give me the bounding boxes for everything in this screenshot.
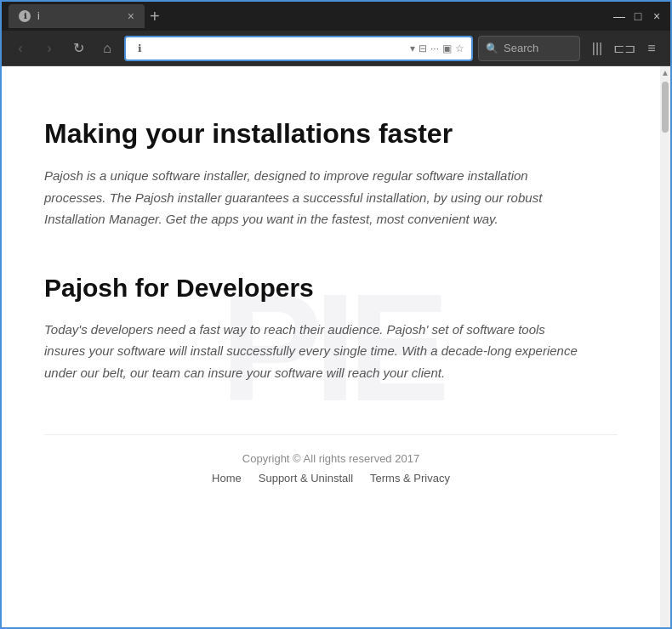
navigation-bar: ‹ › ↻ ⌂ ℹ ▾ ⊟ ··· ▣ ☆ 🔍 Search ||| ⊏⊐ ≡ — [2, 31, 670, 66]
footer-copyright: Copyright © All rights reserved 2017 — [44, 452, 618, 465]
address-bar[interactable]: ℹ ▾ ⊟ ··· ▣ ☆ — [124, 36, 473, 61]
main-heading: Making your installations faster — [44, 117, 618, 150]
browser-tab[interactable]: ℹ i × — [9, 4, 145, 28]
footer-links: Home Support & Uninstall Terms & Privacy — [44, 472, 618, 484]
footer-link-home[interactable]: Home — [212, 472, 242, 484]
page-footer: Copyright © All rights reserved 2017 Hom… — [44, 434, 618, 502]
bookmarks-library-button[interactable]: ||| — [585, 37, 609, 60]
tab-close-button[interactable]: × — [128, 9, 134, 23]
nav-extras: ||| ⊏⊐ ≡ — [585, 37, 663, 60]
address-security-icon: ℹ — [133, 42, 146, 55]
section-developers: Pajosh for Developers Today's developers… — [44, 273, 618, 384]
minimize-button[interactable]: — — [612, 9, 626, 23]
tab-bar: ℹ i × + — [9, 4, 609, 28]
refresh-button[interactable]: ↻ — [66, 37, 90, 60]
tab-favicon: ℹ — [19, 10, 31, 22]
home-button[interactable]: ⌂ — [95, 37, 119, 60]
back-button[interactable]: ‹ — [9, 37, 32, 60]
tab-title: i — [37, 10, 40, 22]
scrollbar-up-arrow[interactable]: ▲ — [660, 66, 670, 78]
new-tab-button[interactable]: + — [150, 7, 160, 26]
search-placeholder: Search — [504, 42, 538, 54]
page-content: PIE Making your installations faster Paj… — [2, 66, 670, 627]
footer-link-terms[interactable]: Terms & Privacy — [370, 472, 450, 484]
maximize-button[interactable]: □ — [631, 9, 645, 23]
footer-link-support[interactable]: Support & Uninstall — [259, 472, 353, 484]
bookmark-button[interactable]: ☆ — [455, 42, 464, 54]
scrollbar[interactable]: ▲ — [660, 66, 670, 627]
close-window-button[interactable]: × — [650, 9, 663, 23]
menu-button[interactable]: ≡ — [640, 37, 663, 60]
forward-button[interactable]: › — [37, 37, 61, 60]
sync-button[interactable]: ⊏⊐ — [612, 37, 636, 60]
section-paragraph: Today's developers need a fast way to re… — [44, 319, 589, 384]
main-paragraph: Pajosh is a unique software installer, d… — [44, 165, 589, 230]
page-inner: PIE Making your installations faster Paj… — [2, 66, 660, 627]
title-bar: ℹ i × + — □ × — [2, 2, 670, 31]
address-actions: ▾ ⊟ ··· ▣ ☆ — [410, 42, 464, 54]
section-heading: Pajosh for Developers — [44, 273, 618, 303]
search-box[interactable]: 🔍 Search — [478, 36, 580, 61]
search-icon: 🔍 — [486, 42, 498, 54]
content-wrapper: Making your installations faster Pajosh … — [44, 117, 618, 502]
window-controls: — □ × — [612, 9, 663, 23]
pocket-button[interactable]: ▣ — [442, 42, 452, 54]
scrollbar-thumb[interactable] — [662, 82, 669, 133]
reader-mode-button[interactable]: ⊟ — [419, 42, 427, 54]
section-installations: Making your installations faster Pajosh … — [44, 117, 618, 230]
address-dropdown-button[interactable]: ▾ — [410, 42, 415, 54]
browser-window: ℹ i × + — □ × ‹ › ↻ ⌂ ℹ ▾ ⊟ ··· — [0, 0, 672, 629]
more-options-button[interactable]: ··· — [430, 42, 439, 54]
